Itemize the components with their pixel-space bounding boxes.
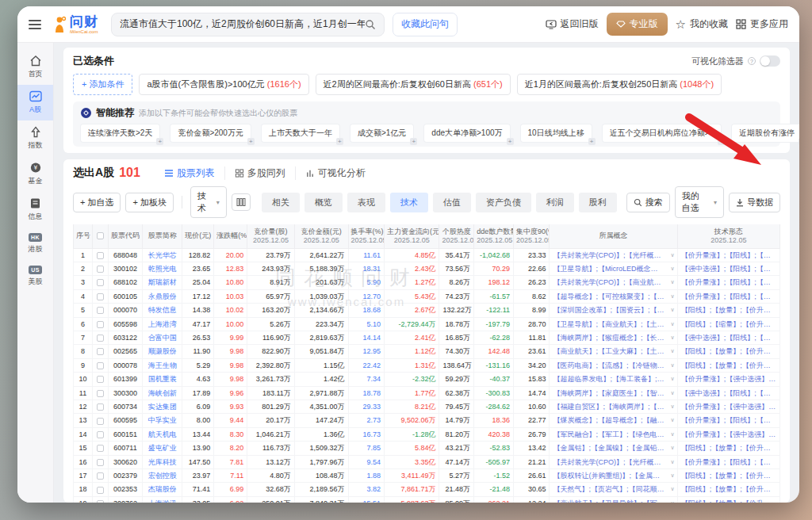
- category-tab-valuation[interactable]: 估值: [433, 193, 471, 212]
- cell-name[interactable]: 国机重装: [143, 373, 182, 386]
- row-checkbox[interactable]: [97, 487, 104, 494]
- expand-concepts-icon[interactable]: ∨: [671, 387, 675, 400]
- smart-chip[interactable]: 近期股价有涨停+: [732, 124, 799, 142]
- stock-name-link[interactable]: 国机重装: [148, 375, 177, 383]
- row-checkbox[interactable]: [97, 418, 104, 425]
- condition-chip[interactable]: a股市值(不含限售股)>100亿元 (1616个): [139, 74, 308, 95]
- cell-select[interactable]: [93, 496, 109, 503]
- cell-name[interactable]: 宏创控股: [143, 469, 182, 483]
- category-tab-performance[interactable]: 表现: [347, 193, 385, 212]
- column-settings-button[interactable]: [232, 193, 251, 211]
- row-checkbox[interactable]: [97, 459, 104, 466]
- table-search-button[interactable]: 搜索: [626, 193, 670, 212]
- row-checkbox[interactable]: [97, 321, 104, 328]
- col-header-change[interactable]: 涨跌幅(%)↓: [214, 224, 247, 248]
- my-watchlist-dropdown[interactable]: 我的自选 ▾: [675, 186, 724, 218]
- sidebar-item-a-shares[interactable]: A股: [17, 85, 53, 120]
- stock-name-link[interactable]: 长光华芯: [148, 251, 177, 259]
- back-to-old-version-button[interactable]: 返回旧版: [546, 17, 599, 31]
- expand-concepts-icon[interactable]: ∨: [671, 400, 675, 413]
- category-tab-balance-sheet[interactable]: 资产负债: [476, 193, 531, 212]
- sidebar-item-funds[interactable]: ¥ 基金: [17, 156, 53, 192]
- stock-name-link[interactable]: 宏创控股: [148, 472, 177, 480]
- sidebar-item-index[interactable]: 指数: [17, 120, 53, 156]
- smart-chip[interactable]: 近五个交易日机构席位净额>0+: [603, 124, 721, 142]
- cell-name[interactable]: 实达集团: [143, 400, 182, 413]
- cell-name[interactable]: 杰瑞股份: [143, 483, 182, 496]
- row-checkbox[interactable]: [97, 293, 104, 300]
- row-checkbox[interactable]: [97, 266, 104, 273]
- cell-select[interactable]: [93, 248, 109, 262]
- column-group-dropdown[interactable]: 技术 ▾: [190, 186, 227, 218]
- my-favorites-button[interactable]: ☆ 我的收藏: [676, 17, 728, 31]
- row-checkbox[interactable]: [97, 252, 104, 259]
- expand-concepts-icon[interactable]: ∨: [671, 497, 675, 503]
- row-checkbox[interactable]: [97, 472, 104, 480]
- row-checkbox[interactable]: [97, 376, 104, 383]
- row-checkbox[interactable]: [97, 390, 104, 397]
- more-apps-button[interactable]: 更多应用: [736, 17, 788, 31]
- add-plus-icon[interactable]: +: [588, 138, 596, 145]
- pro-version-button[interactable]: 专业版: [607, 13, 668, 36]
- row-checkbox[interactable]: [97, 445, 104, 452]
- smart-chip[interactable]: 连续涨停天数>2天+: [81, 124, 159, 142]
- cell-select[interactable]: [93, 373, 109, 386]
- expand-concepts-icon[interactable]: ∨: [671, 276, 675, 289]
- cell-select[interactable]: [93, 262, 109, 275]
- add-plus-icon[interactable]: +: [718, 138, 725, 145]
- cell-name[interactable]: 中孚实业: [143, 414, 182, 427]
- stock-name-link[interactable]: 光库科技: [148, 458, 177, 466]
- save-query-button[interactable]: 收藏此问句: [393, 13, 458, 36]
- stock-name-link[interactable]: 永鼎股份: [148, 292, 177, 300]
- cell-select[interactable]: [93, 358, 109, 372]
- cell-select[interactable]: [93, 289, 109, 303]
- cell-name[interactable]: 海王生物: [143, 358, 182, 372]
- visual-filter-toggle[interactable]: [760, 55, 780, 67]
- cell-select[interactable]: [93, 276, 109, 289]
- view-tab-multi-stock[interactable]: 多股同列: [224, 166, 295, 180]
- expand-concepts-icon[interactable]: ∨: [671, 345, 675, 358]
- row-checkbox[interactable]: [97, 500, 104, 503]
- row-checkbox[interactable]: [97, 307, 104, 314]
- sidebar-item-us-stocks[interactable]: US 美股: [17, 260, 53, 292]
- category-tab-related[interactable]: 相关: [262, 193, 300, 212]
- condition-chip[interactable]: 近2周的区间最高价:后复权创60日新高 (651个): [316, 74, 511, 95]
- stock-name-link[interactable]: 乾照光电: [148, 265, 177, 273]
- export-data-button[interactable]: 导数据: [729, 193, 780, 212]
- expand-concepts-icon[interactable]: ∨: [671, 483, 675, 495]
- smart-chip[interactable]: 上市天数大于一年+: [262, 124, 339, 142]
- cell-select[interactable]: [93, 304, 109, 317]
- add-condition-button[interactable]: + 添加条件: [73, 74, 132, 95]
- category-tab-dividend[interactable]: 股利: [579, 193, 617, 212]
- expand-concepts-icon[interactable]: ∨: [671, 456, 675, 468]
- cell-name[interactable]: 永鼎股份: [143, 289, 182, 303]
- expand-concepts-icon[interactable]: ∨: [671, 442, 675, 454]
- cell-name[interactable]: 海峡创新: [143, 386, 182, 400]
- cell-name[interactable]: 乾照光电: [143, 262, 182, 275]
- row-checkbox[interactable]: [97, 335, 104, 342]
- menu-icon[interactable]: [29, 20, 41, 29]
- row-checkbox[interactable]: [97, 362, 104, 369]
- select-all-checkbox[interactable]: [97, 232, 104, 239]
- smart-chip[interactable]: 10日线均线上移+: [521, 124, 592, 142]
- app-logo[interactable]: 问财 iWenCai.com: [52, 15, 98, 34]
- category-tab-profit[interactable]: 利润: [536, 193, 574, 212]
- search-icon[interactable]: [365, 19, 376, 30]
- stock-name-link[interactable]: 顺灏股份: [148, 347, 177, 355]
- sidebar-item-info[interactable]: 信息: [17, 192, 53, 228]
- stock-name-link[interactable]: 上海瀚讯: [148, 499, 177, 503]
- add-plus-icon[interactable]: +: [247, 138, 255, 145]
- stock-name-link[interactable]: 特发信息: [148, 306, 177, 314]
- add-plus-icon[interactable]: +: [507, 138, 514, 145]
- condition-chip[interactable]: 近1月的区间最高价:后复权创250日新高 (1048个): [517, 74, 722, 95]
- stock-name-link[interactable]: 实达集团: [148, 403, 177, 411]
- stock-name-link[interactable]: 海王生物: [148, 361, 177, 369]
- expand-concepts-icon[interactable]: ∨: [671, 262, 675, 275]
- cell-name[interactable]: 光库科技: [143, 455, 182, 468]
- expand-concepts-icon[interactable]: ∨: [671, 359, 675, 372]
- cell-name[interactable]: 盛屯矿业: [143, 442, 182, 455]
- search-input[interactable]: 流通市值大于100亿，近2周股价创60日新高，近1月创一年新高: [111, 13, 385, 36]
- cell-name[interactable]: 上海瀚讯: [143, 496, 182, 503]
- expand-concepts-icon[interactable]: ∨: [671, 469, 675, 482]
- expand-concepts-icon[interactable]: ∨: [671, 414, 675, 426]
